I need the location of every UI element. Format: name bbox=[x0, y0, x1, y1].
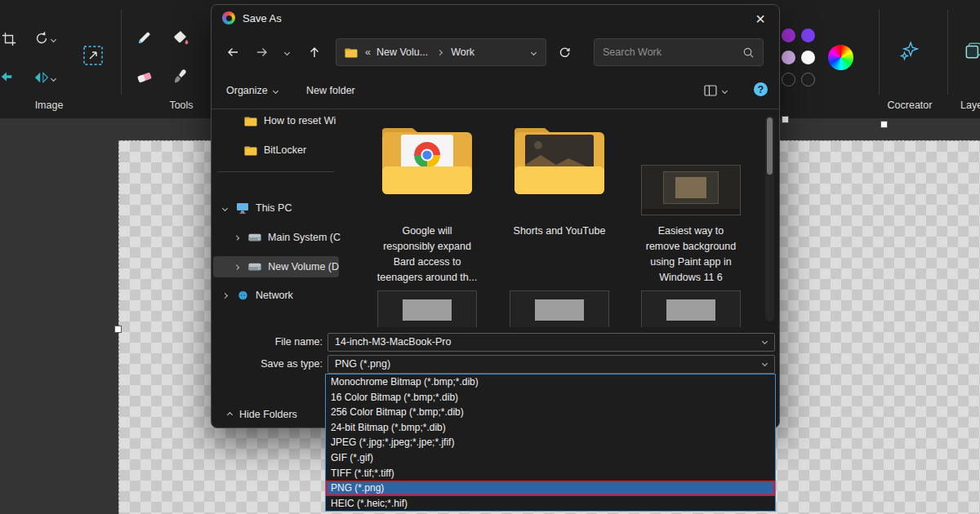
chevron-down-icon[interactable] bbox=[762, 339, 768, 344]
file-item[interactable]: Easiest way to remove background using P… bbox=[630, 121, 752, 308]
file-list-scrollbar[interactable] bbox=[765, 116, 774, 321]
flip-dropdown-chevron-icon[interactable] bbox=[51, 76, 56, 82]
dropdown-option-selected[interactable]: PNG (*.png) bbox=[326, 481, 775, 496]
dialog-body: How to reset Wi BitLocker This PC bbox=[212, 109, 779, 327]
file-type-dropdown: Monochrome Bitmap (*.bmp;*.dib) 16 Color… bbox=[325, 374, 776, 512]
help-button[interactable] bbox=[754, 82, 768, 96]
recent-locations-button[interactable] bbox=[277, 39, 296, 65]
file-name-label: Google will responsibly expand Bard acce… bbox=[376, 224, 478, 286]
dropdown-option[interactable]: HEIC (*.heic;*.hif) bbox=[326, 496, 775, 512]
sidebar-item-network[interactable]: Network bbox=[212, 285, 341, 306]
file-thumbnail[interactable] bbox=[510, 290, 609, 327]
tree-collapse-chevron-icon[interactable] bbox=[234, 264, 239, 269]
sidebar-item-label: This PC bbox=[256, 202, 292, 214]
dropdown-option[interactable]: JPEG (*.jpg;*.jpeg;*.jpe;*.jfif) bbox=[326, 435, 775, 450]
cocreator-label: Cocreator bbox=[881, 100, 938, 111]
file-name-value: 14-inch-M3-MacBook-Pro bbox=[335, 336, 451, 348]
hide-folders-button[interactable]: Hide Folders bbox=[218, 403, 307, 426]
rotate-icon[interactable] bbox=[33, 29, 51, 47]
rotate-dropdown-chevron-icon[interactable] bbox=[51, 37, 56, 42]
pencil-tool-icon[interactable] bbox=[135, 28, 154, 47]
breadcrumb-current[interactable]: Work bbox=[451, 47, 474, 58]
forward-arrow-icon bbox=[256, 46, 269, 59]
address-bar[interactable]: « New Volu... Work bbox=[336, 38, 546, 66]
resize-icon[interactable] bbox=[82, 44, 105, 67]
view-options-button[interactable] bbox=[704, 82, 727, 100]
color-swatch-violet[interactable] bbox=[801, 29, 815, 42]
chevron-down-icon bbox=[722, 87, 728, 93]
chevron-down-icon bbox=[273, 87, 278, 93]
dropdown-option[interactable]: 16 Color Bitmap (*.bmp;*.dib) bbox=[326, 390, 775, 405]
file-name-input[interactable]: 14-inch-M3-MacBook-Pro bbox=[327, 333, 775, 352]
color-swatch-empty[interactable] bbox=[801, 73, 815, 86]
select-icon[interactable] bbox=[0, 69, 15, 85]
save-as-dialog: Save As « New Volu... Work bbox=[211, 4, 780, 428]
network-icon bbox=[236, 290, 249, 300]
dropdown-option[interactable]: TIFF (*.tif;*.tiff) bbox=[326, 466, 775, 481]
forward-button[interactable] bbox=[249, 39, 275, 65]
sidebar-separator bbox=[218, 171, 334, 172]
flip-icon[interactable] bbox=[33, 69, 51, 86]
breadcrumb-separator-icon bbox=[437, 49, 443, 55]
sidebar-item-folder[interactable]: BitLocker bbox=[212, 140, 341, 161]
back-button[interactable] bbox=[220, 39, 246, 65]
crop-selection-icon[interactable] bbox=[1, 31, 17, 47]
sidebar-item-folder[interactable]: How to reset Wi bbox=[212, 110, 341, 131]
sidebar-item-this-pc[interactable]: This PC bbox=[212, 197, 341, 219]
tools-group-label: Tools bbox=[153, 100, 210, 111]
color-swatch-lavender[interactable] bbox=[782, 51, 795, 64]
tree-collapse-chevron-icon[interactable] bbox=[222, 292, 228, 298]
tree-collapse-chevron-icon[interactable] bbox=[234, 235, 239, 240]
selection-handle[interactable] bbox=[880, 121, 888, 128]
file-item[interactable]: Shorts and YouTube bbox=[498, 121, 621, 308]
image-group-label: Image bbox=[20, 100, 78, 111]
up-button[interactable] bbox=[301, 39, 327, 65]
scrollbar-thumb[interactable] bbox=[767, 117, 773, 175]
close-button[interactable] bbox=[746, 7, 774, 30]
dropdown-option[interactable]: 256 Color Bitmap (*.bmp;*.dib) bbox=[326, 405, 775, 420]
sidebar-item-drive-selected[interactable]: New Volume (D bbox=[213, 256, 339, 277]
selection-handle[interactable] bbox=[114, 326, 122, 333]
selection-handle[interactable] bbox=[782, 116, 789, 123]
paint-app-window: Image Tools Cocreator Layers bbox=[0, 0, 980, 514]
eraser-tool-icon[interactable] bbox=[135, 67, 154, 86]
dropdown-option[interactable]: Monochrome Bitmap (*.bmp;*.dib) bbox=[326, 374, 775, 390]
drive-icon bbox=[248, 263, 261, 271]
search-box bbox=[594, 38, 764, 66]
color-wheel-icon[interactable] bbox=[828, 45, 853, 70]
address-dropdown-chevron-icon[interactable] bbox=[531, 49, 537, 55]
cocreator-sparkle-icon[interactable] bbox=[898, 39, 921, 62]
refresh-button[interactable] bbox=[551, 39, 577, 65]
fill-bucket-icon[interactable] bbox=[171, 28, 190, 47]
search-icon bbox=[742, 47, 755, 59]
color-swatch-purple[interactable] bbox=[782, 29, 795, 42]
sidebar-item-label: How to reset Wi bbox=[264, 115, 336, 126]
file-thumbnail[interactable] bbox=[641, 290, 741, 327]
file-thumbnail[interactable] bbox=[377, 290, 477, 327]
tree-expand-chevron-icon[interactable] bbox=[222, 205, 228, 210]
organize-menu-button[interactable]: Organize bbox=[226, 82, 278, 100]
search-input[interactable] bbox=[595, 47, 742, 58]
toolbar-divider bbox=[947, 10, 948, 95]
dropdown-option[interactable]: 24-bit Bitmap (*.bmp;*.dib) bbox=[326, 420, 775, 436]
color-swatch-empty[interactable] bbox=[782, 73, 795, 86]
sidebar-item-label: Main System (C bbox=[268, 232, 341, 243]
save-type-value: PNG (*.png) bbox=[335, 358, 390, 370]
brush-tool-icon[interactable] bbox=[171, 67, 190, 86]
chevron-down-icon[interactable] bbox=[762, 361, 768, 366]
save-type-label-text: Save as type: bbox=[212, 355, 323, 374]
dropdown-option[interactable]: GIF (*.gif) bbox=[326, 450, 775, 466]
new-folder-label: New folder bbox=[306, 85, 355, 96]
layers-icon[interactable] bbox=[962, 39, 980, 62]
sidebar-item-drive[interactable]: Main System (C bbox=[212, 227, 341, 248]
color-swatch-white[interactable] bbox=[801, 51, 815, 64]
back-arrow-icon bbox=[226, 46, 239, 59]
save-type-combobox[interactable]: PNG (*.png) bbox=[327, 355, 775, 374]
breadcrumb-parent[interactable]: New Volu... bbox=[376, 47, 428, 58]
new-folder-button[interactable]: New folder bbox=[306, 82, 355, 100]
view-mode-icon bbox=[704, 84, 717, 97]
file-item[interactable]: Google will responsibly expand Bard acce… bbox=[366, 121, 488, 308]
file-name-label: Easiest way to remove background using P… bbox=[640, 224, 742, 286]
sidebar-item-label: BitLocker bbox=[264, 144, 306, 156]
breadcrumb-overflow[interactable]: « bbox=[365, 47, 371, 58]
